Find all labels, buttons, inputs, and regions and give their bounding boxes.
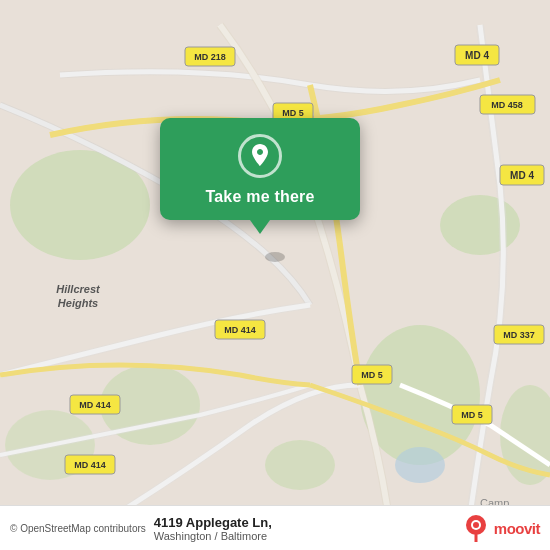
map-attribution: © OpenStreetMap contributors [10,523,146,534]
svg-text:MD 4: MD 4 [465,50,489,61]
location-icon-wrap [238,134,282,178]
svg-text:MD 5: MD 5 [361,370,383,380]
svg-text:MD 414: MD 414 [74,460,106,470]
svg-text:MD 337: MD 337 [503,330,535,340]
location-pin-icon [248,142,272,170]
svg-text:MD 458: MD 458 [491,100,523,110]
take-me-there-button[interactable]: Take me there [205,188,314,206]
map-container: MD 4 MD 218 MD 458 MD 4 MD 5 MD 414 MD 4… [0,0,550,550]
svg-point-7 [395,447,445,483]
svg-point-38 [473,522,479,528]
address-line: 4119 Applegate Ln, [154,515,272,530]
bottom-bar: © OpenStreetMap contributors 4119 Appleg… [0,505,550,550]
moovit-logo: moovit [462,514,540,542]
callout-popup[interactable]: Take me there [160,118,360,220]
moovit-brand-text: moovit [494,520,540,537]
map-svg: MD 4 MD 218 MD 458 MD 4 MD 5 MD 414 MD 4… [0,0,550,550]
svg-text:Heights: Heights [58,297,98,309]
svg-point-2 [440,195,520,255]
svg-text:MD 414: MD 414 [79,400,111,410]
city-line: Washington / Baltimore [154,530,267,542]
svg-text:MD 4: MD 4 [510,170,534,181]
address-block: 4119 Applegate Ln, Washington / Baltimor… [154,515,462,542]
svg-text:MD 5: MD 5 [282,108,304,118]
svg-text:MD 5: MD 5 [461,410,483,420]
svg-text:MD 218: MD 218 [194,52,226,62]
svg-point-4 [265,440,335,490]
svg-text:MD 414: MD 414 [224,325,256,335]
moovit-icon [462,514,490,542]
svg-text:Hillcrest: Hillcrest [56,283,101,295]
svg-point-35 [265,252,285,262]
